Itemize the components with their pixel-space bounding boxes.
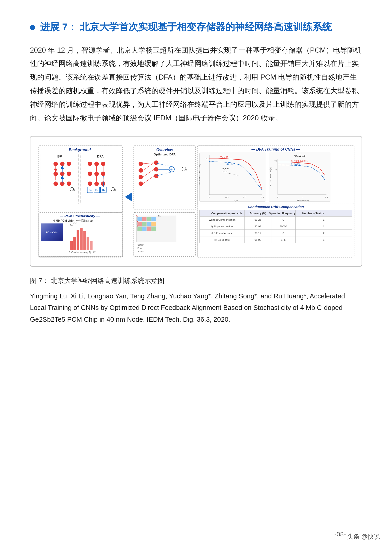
page: 进展 7： 北京大学首次实现基于相变存储器的神经网络高速训练系统 2020 年 … <box>0 0 392 550</box>
svg-text:Conductance Drift Compensation: Conductance Drift Compensation <box>248 205 304 209</box>
svg-text:B₃: B₃ <box>102 189 105 191</box>
svg-text:Accuracy (%): Accuracy (%) <box>250 212 266 215</box>
watermark: 头条 @快说 <box>347 532 380 541</box>
svg-rect-98 <box>199 153 266 201</box>
svg-text:— PCM Stochasticity —: — PCM Stochasticity — <box>59 214 100 218</box>
svg-point-57 <box>139 175 143 179</box>
svg-point-16 <box>54 181 58 186</box>
svg-rect-136 <box>137 226 142 231</box>
svg-point-25 <box>88 162 92 166</box>
svg-text:Compensation protocols: Compensation protocols <box>211 212 243 215</box>
svg-text:99: 99 <box>206 157 208 160</box>
svg-rect-133 <box>142 222 147 226</box>
svg-point-28 <box>88 172 92 176</box>
svg-text:1: 1 <box>323 225 324 228</box>
svg-text:0.9: 0.9 <box>261 196 264 199</box>
body-text: 2020 年 12 月，智源学者、北京大学杨玉超所在团队提出并实现了一种基于相变… <box>30 44 362 125</box>
svg-point-59 <box>154 160 158 165</box>
svg-rect-2 <box>41 153 78 204</box>
svg-point-10 <box>54 172 58 176</box>
svg-text:0.6: 0.6 <box>243 196 246 199</box>
svg-rect-139 <box>151 226 156 231</box>
svg-text:DFA: DFA <box>97 154 104 158</box>
svg-text:0: 0 <box>277 196 278 199</box>
section-dot <box>30 25 35 30</box>
svg-point-32 <box>94 181 99 186</box>
svg-text:97.93: 97.93 <box>255 225 261 228</box>
svg-point-26 <box>94 162 99 166</box>
svg-text:4 Mb PCM chip: 4 Mb PCM chip <box>53 219 74 222</box>
svg-point-27 <box>101 162 105 166</box>
svg-rect-84 <box>83 231 86 250</box>
svg-point-58 <box>139 181 143 186</box>
svg-text:1~6: 1~6 <box>281 238 286 241</box>
svg-rect-85 <box>87 237 89 250</box>
svg-marker-51 <box>125 193 132 201</box>
svg-point-30 <box>101 172 105 176</box>
svg-text:Acc. on CIFAR-10 (%): Acc. on CIFAR-10 (%) <box>269 167 272 186</box>
svg-text:Conductance (μS): Conductance (μS) <box>71 251 91 254</box>
svg-rect-129 <box>142 217 147 221</box>
svg-text:B₁: B₁ <box>89 189 92 191</box>
svg-text:VGG-16: VGG-16 <box>294 154 306 158</box>
svg-text:F₁: F₁ <box>136 215 138 217</box>
svg-text:60000: 60000 <box>280 225 287 228</box>
svg-point-55 <box>139 162 143 166</box>
svg-point-33 <box>101 181 105 186</box>
svg-text:Operation Frequency: Operation Frequency <box>269 212 296 215</box>
svg-text:R_PCM=0.045%: R_PCM=0.045% <box>291 160 308 162</box>
svg-text:1: 1 <box>323 218 324 221</box>
svg-text:20: 20 <box>93 251 95 253</box>
svg-text:BP: BP <box>57 154 62 158</box>
svg-text:ii) Differential pulse: ii) Differential pulse <box>211 232 233 235</box>
svg-text:0.3: 0.3 <box>225 196 229 199</box>
svg-text:Acc. on CIFAR-10 (%): Acc. on CIFAR-10 (%) <box>198 164 201 186</box>
svg-point-18 <box>67 181 71 186</box>
svg-text:LeNet-5: LeNet-5 <box>225 163 233 165</box>
figure-container: — Background — BP <box>30 136 362 267</box>
svg-rect-130 <box>147 217 151 221</box>
svg-text:B₂: B₂ <box>95 189 98 191</box>
svg-text:G₉G₅: G₉G₅ <box>80 218 85 221</box>
svg-rect-131 <box>151 217 156 221</box>
svg-text:63.23: 63.23 <box>255 218 261 221</box>
svg-text:0: 0 <box>282 232 284 235</box>
svg-text:1: 1 <box>302 196 303 199</box>
reference-text: Yingming Lu, Xi Li, Longhao Yan, Teng Zh… <box>30 290 362 325</box>
svg-text:G₂₀: G₂₀ <box>70 224 73 226</box>
svg-point-61 <box>154 174 158 178</box>
svg-rect-83 <box>80 228 83 250</box>
svg-text:PCM: PCM <box>223 170 227 173</box>
svg-text:Optimized DFA: Optimized DFA <box>154 153 176 156</box>
svg-point-6 <box>67 162 71 166</box>
svg-text:0: 0 <box>209 196 210 199</box>
svg-text:BL: BL <box>158 215 161 217</box>
svg-rect-80 <box>70 241 73 250</box>
svg-text:R_th=2%: R_th=2% <box>291 163 300 165</box>
svg-text:2 3: 2 3 <box>325 196 328 199</box>
svg-text:— Overview —: — Overview — <box>151 148 178 152</box>
svg-point-31 <box>88 181 92 186</box>
svg-rect-135 <box>151 222 156 226</box>
svg-text:B: B <box>171 168 173 171</box>
svg-point-5 <box>60 162 64 166</box>
svg-text:F₃: F₃ <box>136 224 138 227</box>
svg-text:Number of Matrix: Number of Matrix <box>302 212 324 215</box>
section-header: 进展 7： 北京大学首次实现基于相变存储器的神经网络高速训练系统 <box>30 21 362 34</box>
svg-text:Vector: Vector <box>137 250 144 253</box>
svg-text:0: 0 <box>282 218 284 221</box>
svg-point-4 <box>54 162 58 166</box>
svg-rect-82 <box>77 230 79 250</box>
svg-rect-137 <box>142 226 147 231</box>
svg-rect-134 <box>147 222 151 226</box>
svg-rect-86 <box>90 241 92 250</box>
svg-point-12 <box>67 172 71 176</box>
svg-text:98.00: 98.00 <box>255 238 261 241</box>
svg-text:— Background —: — Background — <box>64 148 96 152</box>
svg-text:Output: Output <box>137 244 144 246</box>
svg-text:F₂: F₂ <box>136 220 138 222</box>
svg-text:— DFA Training of  CNNs —: — DFA Training of CNNs — <box>251 147 300 151</box>
svg-text:Failure rate(%): Failure rate(%) <box>296 200 309 202</box>
svg-text:iii) μe update: iii) μe update <box>214 238 230 241</box>
svg-text:VGG-16: VGG-16 <box>220 155 228 158</box>
